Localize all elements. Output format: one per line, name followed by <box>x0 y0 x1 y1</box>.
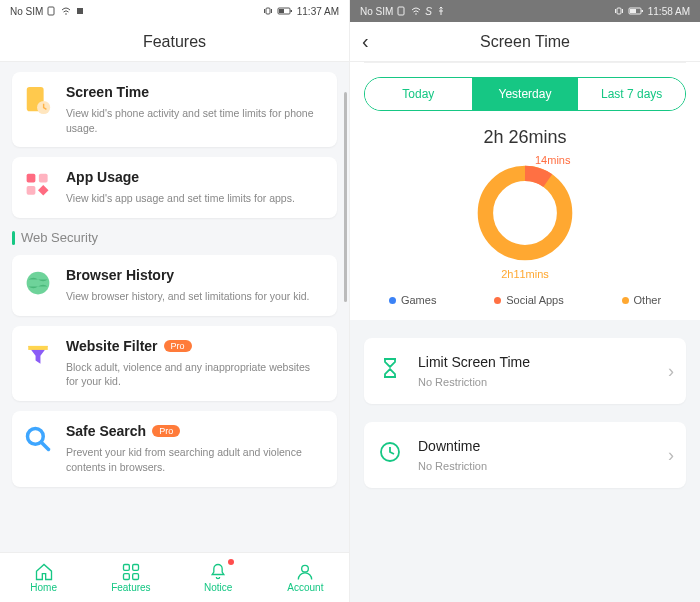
card-screen-time[interactable]: Screen Time View kid's phone activity an… <box>12 72 337 147</box>
svg-rect-31 <box>630 9 636 13</box>
chevron-right-icon: › <box>668 361 674 382</box>
lcard-title: Downtime <box>418 438 672 454</box>
back-button[interactable]: ‹ <box>362 30 369 53</box>
card-desc-text: View kid's app usage and set time limits… <box>66 191 325 206</box>
search-icon <box>22 423 54 455</box>
svg-rect-21 <box>133 565 139 571</box>
svg-point-24 <box>302 565 309 572</box>
card-browser-history[interactable]: Browser History View browser history, an… <box>12 255 337 316</box>
clock-text: 11:37 AM <box>297 6 339 17</box>
home-icon <box>34 562 54 582</box>
legend-dot-icon <box>494 297 501 304</box>
vibrate-icon <box>263 6 273 16</box>
tab-yesterday[interactable]: Yesterday <box>472 78 579 110</box>
pro-badge: Pro <box>152 425 180 437</box>
clock-icon <box>376 438 404 466</box>
notification-dot-icon <box>228 559 234 565</box>
svg-rect-17 <box>28 346 48 350</box>
legend-other: Other <box>622 294 662 306</box>
svg-rect-27 <box>617 8 621 14</box>
globe-icon <box>22 267 54 299</box>
svg-rect-11 <box>27 174 36 183</box>
sim-icon <box>397 6 407 16</box>
card-downtime[interactable]: Downtime No Restriction › <box>364 422 686 488</box>
svg-point-15 <box>27 272 50 295</box>
screen-time-icon <box>22 84 54 116</box>
wifi-icon <box>61 6 71 16</box>
svg-rect-12 <box>39 174 48 183</box>
legend-dot-icon <box>622 297 629 304</box>
svg-point-33 <box>485 173 564 252</box>
svg-rect-0 <box>48 7 54 15</box>
svg-rect-2 <box>77 8 83 14</box>
tab-today[interactable]: Today <box>365 78 472 110</box>
nav-account[interactable]: Account <box>262 553 349 602</box>
screen-time-body: Today Yesterday Last 7 days 2h 26mins 14… <box>350 62 700 602</box>
chart-legend: Games Social Apps Other <box>360 294 690 306</box>
lcard-sub: No Restriction <box>418 460 672 472</box>
card-limit-screen-time[interactable]: Limit Screen Time No Restriction › <box>364 338 686 404</box>
carrier-text: No SIM <box>360 6 393 17</box>
status-bar: No SIM S 11:58 AM <box>350 0 700 22</box>
card-title-text: Website Filter <box>66 338 158 354</box>
svg-rect-22 <box>123 574 129 580</box>
svg-point-26 <box>416 13 418 15</box>
header: Features <box>0 22 349 62</box>
person-icon <box>295 562 315 582</box>
legend-games: Games <box>389 294 436 306</box>
card-desc-text: Block adult, violence and any inappropri… <box>66 360 325 389</box>
scrollbar-thumb[interactable] <box>344 92 347 302</box>
bell-icon <box>208 562 228 582</box>
card-title-text: Safe Search <box>66 423 146 439</box>
time-range-tabs: Today Yesterday Last 7 days <box>364 77 686 111</box>
clock-text: 11:58 AM <box>648 6 690 17</box>
bottom-nav: Home Features Notice Account <box>0 552 349 602</box>
usb-icon <box>436 6 446 16</box>
grid-icon <box>121 562 141 582</box>
donut-segment-label-social: 14mins <box>535 154 570 166</box>
features-scroll[interactable]: Screen Time View kid's phone activity an… <box>0 62 349 552</box>
svg-line-19 <box>42 443 49 450</box>
svg-rect-3 <box>266 8 270 14</box>
tab-last-7-days[interactable]: Last 7 days <box>578 78 685 110</box>
card-desc-text: Prevent your kid from searching adult an… <box>66 445 325 474</box>
page-title: Screen Time <box>480 33 570 51</box>
vibrate-icon <box>614 6 624 16</box>
svg-rect-13 <box>27 186 36 195</box>
status-bar: No SIM 11:37 AM <box>0 0 349 22</box>
chevron-right-icon: › <box>668 445 674 466</box>
svg-rect-25 <box>398 7 404 15</box>
legend-dot-icon <box>389 297 396 304</box>
nav-notice[interactable]: Notice <box>175 553 262 602</box>
svg-marker-14 <box>38 185 49 196</box>
nav-home[interactable]: Home <box>0 553 87 602</box>
total-time-text: 2h 26mins <box>350 127 700 148</box>
status-extra: S <box>425 6 432 17</box>
nav-features[interactable]: Features <box>87 553 174 602</box>
section-web-security: Web Security <box>12 230 349 245</box>
svg-rect-32 <box>641 10 643 12</box>
funnel-icon <box>22 338 54 370</box>
legend-social: Social Apps <box>494 294 563 306</box>
phone-screen-time: No SIM S 11:58 AM ‹ Screen Time Today Ye… <box>350 0 700 602</box>
card-desc-text: View browser history, and set limitation… <box>66 289 325 304</box>
usage-donut-chart: 14mins 2h11mins <box>470 158 580 268</box>
header: ‹ Screen Time <box>350 22 700 62</box>
card-app-usage[interactable]: App Usage View kid's app usage and set t… <box>12 157 337 218</box>
sim-icon <box>47 6 57 16</box>
card-title-text: Screen Time <box>66 84 149 100</box>
wifi-icon <box>411 6 421 16</box>
battery-saver-icon <box>75 6 85 16</box>
hourglass-icon <box>376 354 404 382</box>
svg-rect-23 <box>133 574 139 580</box>
svg-point-1 <box>66 13 68 15</box>
restrictions-section: Limit Screen Time No Restriction › Downt… <box>350 320 700 602</box>
card-safe-search[interactable]: Safe Search Pro Prevent your kid from se… <box>12 411 337 486</box>
donut-segment-label-other: 2h11mins <box>501 268 549 280</box>
svg-rect-7 <box>279 9 284 13</box>
carrier-text: No SIM <box>10 6 43 17</box>
card-website-filter[interactable]: Website Filter Pro Block adult, violence… <box>12 326 337 401</box>
card-title-text: App Usage <box>66 169 139 185</box>
card-title-text: Browser History <box>66 267 174 283</box>
divider <box>364 62 686 63</box>
